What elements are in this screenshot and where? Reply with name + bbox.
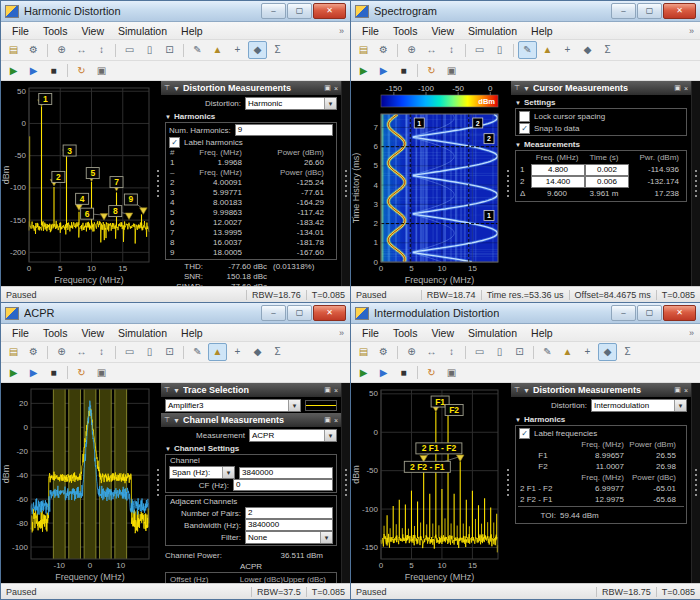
panel-pin-icon[interactable]: ⊤ (164, 386, 170, 394)
zoom-in-button[interactable]: ⊕ (52, 343, 71, 361)
stats-button[interactable]: Σ (268, 41, 287, 59)
menu-overflow-icon[interactable]: » (339, 26, 346, 36)
zoom-x-button[interactable]: ↔ (72, 343, 91, 361)
maximize-button[interactable]: ▢ (637, 305, 662, 321)
settings-button[interactable]: ⚙ (24, 343, 43, 361)
channel-settings-section-header[interactable]: ▼Channel Settings (161, 442, 341, 454)
signal-trace-button[interactable]: ✎ (518, 41, 537, 59)
stop-button[interactable]: ■ (394, 364, 413, 382)
dock-strip[interactable] (691, 81, 700, 286)
distortion-measurements-button[interactable]: ◆ (248, 41, 267, 59)
panel-pin-icon[interactable]: ⊤ (514, 386, 520, 394)
harmonics-section-header[interactable]: ▼Harmonics (161, 110, 341, 122)
signal-trace-button[interactable]: ✎ (538, 343, 557, 361)
zoom-in-button[interactable]: ⊕ (402, 41, 421, 59)
run-button[interactable]: ▶ (4, 364, 23, 382)
maximize-button[interactable]: ▢ (287, 3, 312, 19)
span-x-button[interactable]: ▭ (470, 41, 489, 59)
zoom-y-button[interactable]: ↕ (442, 41, 461, 59)
panel-close-button[interactable]: × (334, 387, 338, 394)
stop-button[interactable]: ■ (44, 364, 63, 382)
trace-selection-dropdown[interactable]: Amplifier3 ▾ (165, 399, 301, 412)
menu-tools[interactable]: Tools (36, 24, 75, 38)
cf-input[interactable]: 0 (233, 479, 333, 491)
run-button[interactable]: ▶ (354, 62, 373, 80)
peak-finder-button[interactable]: ▲ (558, 343, 577, 361)
close-button[interactable]: ✕ (313, 305, 346, 321)
menu-help[interactable]: Help (524, 24, 560, 38)
menu-overflow-icon[interactable]: » (339, 328, 346, 338)
panel-dock-button[interactable]: ▣ (674, 84, 681, 92)
maximize-button[interactable]: ▢ (287, 305, 312, 321)
minimize-button[interactable]: – (611, 3, 636, 19)
cursor-measurements-button[interactable]: + (558, 41, 577, 59)
close-button[interactable]: ✕ (313, 3, 346, 19)
simulate-source-button[interactable]: ↻ (422, 364, 441, 382)
titlebar[interactable]: Spectrogram – ▢ ✕ (351, 1, 700, 22)
panel-close-button[interactable]: × (684, 387, 688, 394)
panel-dock-button[interactable]: ▣ (324, 416, 331, 424)
snapshot-button[interactable]: ▣ (442, 62, 461, 80)
imd-spectrum-plot[interactable]: 051015500-50-100-150Frequency (MHz)dBmF1… (351, 383, 505, 583)
cursor1-freq-input[interactable]: 4.800 (531, 164, 585, 176)
print-button[interactable]: ▤ (4, 41, 23, 59)
step-forward-button[interactable]: ▶ (24, 62, 43, 80)
step-forward-button[interactable]: ▶ (374, 364, 393, 382)
fit-view-button[interactable]: ⊡ (160, 41, 179, 59)
simulate-source-button[interactable]: ↻ (72, 62, 91, 80)
signal-trace-button[interactable]: ✎ (188, 41, 207, 59)
zoom-in-button[interactable]: ⊕ (402, 343, 421, 361)
run-button[interactable]: ▶ (4, 62, 23, 80)
menu-tools[interactable]: Tools (386, 326, 425, 340)
minimize-button[interactable]: – (261, 305, 286, 321)
cursor2-time-input[interactable]: 0.006 (585, 176, 629, 188)
zoom-in-button[interactable]: ⊕ (52, 41, 71, 59)
print-button[interactable]: ▤ (354, 41, 373, 59)
zoom-y-button[interactable]: ↕ (92, 41, 111, 59)
panel-pin-icon[interactable]: ⊤ (514, 84, 520, 92)
snapshot-button[interactable]: ▣ (92, 62, 111, 80)
dock-strip[interactable] (341, 383, 350, 583)
peak-finder-button[interactable]: ▲ (208, 41, 227, 59)
panel-close-button[interactable]: × (684, 85, 688, 92)
zoom-x-button[interactable]: ↔ (422, 343, 441, 361)
distortion-type-dropdown[interactable]: Harmonic ▾ (245, 97, 337, 110)
menu-file[interactable]: File (355, 24, 386, 38)
menu-tools[interactable]: Tools (36, 326, 75, 340)
stats-button[interactable]: Σ (618, 343, 637, 361)
measurement-dropdown[interactable]: ACPR ▾ (249, 429, 337, 442)
panel-dock-button[interactable]: ▣ (324, 84, 331, 92)
minimize-button[interactable]: – (261, 3, 286, 19)
settings-button[interactable]: ⚙ (24, 41, 43, 59)
titlebar[interactable]: Harmonic Distortion – ▢ ✕ (1, 1, 350, 22)
panel-dock-button[interactable]: ▣ (324, 386, 331, 394)
panel-collapse-icon[interactable]: ▼ (523, 85, 530, 92)
menu-simulation[interactable]: Simulation (461, 326, 524, 340)
snapshot-button[interactable]: ▣ (92, 364, 111, 382)
step-forward-button[interactable]: ▶ (374, 62, 393, 80)
menu-file[interactable]: File (355, 326, 386, 340)
step-forward-button[interactable]: ▶ (24, 364, 43, 382)
menu-overflow-icon[interactable]: » (689, 26, 696, 36)
menu-simulation[interactable]: Simulation (111, 326, 174, 340)
menu-view[interactable]: View (74, 24, 111, 38)
zoom-y-button[interactable]: ↕ (442, 343, 461, 361)
menu-simulation[interactable]: Simulation (461, 24, 524, 38)
span-y-button[interactable]: ▯ (490, 41, 509, 59)
menu-tools[interactable]: Tools (386, 24, 425, 38)
panel-close-button[interactable]: × (334, 417, 338, 424)
panel-dock-button[interactable]: ▣ (674, 386, 681, 394)
close-button[interactable]: ✕ (663, 3, 696, 19)
menu-file[interactable]: File (5, 326, 36, 340)
distortion-measurements-button[interactable]: ◆ (248, 343, 267, 361)
close-button[interactable]: ✕ (663, 305, 696, 321)
dock-strip[interactable] (341, 81, 350, 286)
cursor2-freq-input[interactable]: 14.400 (531, 176, 585, 188)
cursor-measurements-button[interactable]: + (578, 343, 597, 361)
menu-overflow-icon[interactable]: » (689, 328, 696, 338)
span-y-button[interactable]: ▯ (490, 343, 509, 361)
pairs-input[interactable]: 2 (245, 507, 333, 519)
print-button[interactable]: ▤ (4, 343, 23, 361)
menu-view[interactable]: View (74, 326, 111, 340)
filter-dropdown[interactable]: None ▾ (245, 531, 333, 544)
